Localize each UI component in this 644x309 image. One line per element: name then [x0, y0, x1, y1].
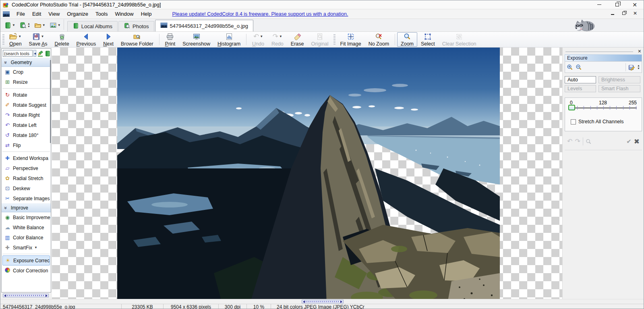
erase-button[interactable]: Erase [287, 32, 308, 47]
sidebar-item-exposure-correc[interactable]: ☀Exposure Correc [2, 255, 50, 265]
sidebar-item-rotate-180[interactable]: ↺Rotate 180° [2, 130, 51, 140]
sidebar-item-deskew[interactable]: ⊡Deskew [2, 183, 51, 193]
toolbar-grip[interactable] [2, 34, 4, 45]
section-header-geometry[interactable]: »Geometry [2, 58, 51, 67]
next-button[interactable]: Next [99, 32, 117, 47]
menu-edit[interactable]: Edit [29, 10, 45, 18]
sidebar-item-label: Rotate Suggest [13, 102, 46, 108]
menu-tools[interactable]: Tools [92, 10, 111, 18]
exposure-tab-auto[interactable]: Auto [565, 76, 596, 83]
mdi-window-controls: ✕ [610, 10, 638, 16]
sidebar-item-basic-improveme[interactable]: ◉Basic Improveme [2, 212, 51, 222]
sidebar-item-crop[interactable]: ▣Crop [2, 67, 51, 77]
cancel-x-icon[interactable]: ✖ [634, 137, 640, 146]
perspective-icon: ▱ [4, 165, 11, 171]
select-button[interactable]: Select [417, 32, 439, 47]
slider-handle[interactable] [568, 105, 575, 110]
search-tools-input[interactable] [3, 50, 33, 57]
panel-close-icon[interactable]: × [638, 48, 641, 54]
preview-icon[interactable] [586, 139, 592, 145]
sidebar-vertical-scrollbar[interactable] [50, 60, 51, 143]
sidebar-item-separate-images[interactable]: ✂Separate Images [2, 193, 51, 203]
mdi-minimize-button[interactable] [610, 10, 615, 16]
mdi-close-button[interactable]: ✕ [632, 10, 638, 16]
previous-button[interactable]: Previous [73, 32, 100, 47]
sidebar-item-white-balance[interactable]: ☁White Balance [2, 222, 51, 232]
undo-icon[interactable]: ↶ [567, 138, 572, 145]
status-field-4: 10 % [246, 304, 271, 309]
dock-grip[interactable] [565, 52, 633, 52]
section-header-improve[interactable]: »Improve [2, 203, 51, 212]
tab-photos[interactable]: Photos [118, 21, 154, 31]
spinner-icon[interactable]: ▲▼ [637, 64, 640, 70]
menu-items: FileEditViewOrganizeToolsWindowHelp [13, 10, 155, 18]
no-zoom-button[interactable]: No Zoom [365, 32, 393, 47]
dropdown-caret-icon[interactable]: ▼ [260, 35, 263, 38]
sidebar-item-rotate-left[interactable]: ↶Rotate Left [2, 120, 51, 130]
histogram-button[interactable]: Histogram [214, 32, 244, 47]
toolbar-button-label: Select [421, 41, 435, 47]
sidebar-item-resize[interactable]: ⊞Resize [2, 77, 51, 87]
open-folder-menu-button[interactable]: ▼ [32, 21, 48, 30]
toolbar-grip[interactable] [333, 34, 335, 45]
save-settings-icon[interactable] [628, 64, 635, 71]
menu-view[interactable]: View [45, 10, 63, 18]
dropdown-caret-icon[interactable]: ▼ [41, 35, 44, 38]
zoom-button[interactable]: Zoom [397, 32, 417, 47]
redo-icon[interactable]: ↷ [575, 138, 580, 145]
sidebar-item-rotate[interactable]: ↻Rotate [2, 90, 51, 100]
sidebar-item-rotate-suggest[interactable]: ✐Rotate Suggest [2, 100, 51, 110]
sidebar-item-rotate-right[interactable]: ↷Rotate Right [2, 110, 51, 120]
sidebar-horizontal-scrollbar[interactable] [3, 294, 49, 297]
stretch-channels-checkbox[interactable] [571, 119, 576, 124]
dropdown-caret-icon[interactable]: ▼ [18, 35, 21, 38]
zoom-in-icon[interactable] [567, 64, 573, 71]
toolbar-button-label: Print [165, 41, 176, 47]
save-as-button[interactable]: ▼Save As [25, 32, 51, 47]
image-canvas[interactable] [52, 48, 562, 299]
tab-local-albums[interactable]: Local Albums [67, 21, 118, 31]
canvas-horizontal-scrollbar[interactable] [302, 300, 344, 303]
mdi-restore-button[interactable] [621, 10, 627, 16]
open-button[interactable]: ▼Open [6, 32, 25, 47]
save-icon: ▼ [32, 33, 44, 41]
collapse-search-button[interactable]: ◀ [33, 50, 36, 57]
album-book-icon[interactable] [44, 50, 51, 57]
zoom-out-icon[interactable] [576, 64, 582, 71]
previous-icon [82, 33, 90, 41]
window-controls: ✕ [590, 0, 644, 9]
albums-menu-button[interactable]: ▼ [2, 21, 17, 30]
apply-check-icon[interactable]: ✔ [626, 138, 632, 145]
exposure-tab-levels[interactable]: Levels [565, 85, 596, 92]
menu-file[interactable]: File [13, 10, 29, 18]
sidebar-item-label: Color Correction [13, 268, 48, 274]
close-button[interactable]: ✕ [626, 0, 644, 9]
raccoon-mascot-image [573, 19, 596, 32]
dropdown-caret-icon[interactable]: ▼ [279, 35, 282, 38]
tab-54794456317-24d998b55e-o-jpg[interactable]: 54794456317_24d998b55e_o.jpg [155, 20, 253, 31]
exposure-tab-brightness[interactable]: Brightness [598, 76, 640, 83]
sidebar-item-radial-stretch[interactable]: ✿Radial Stretch [2, 173, 51, 183]
edit-pencil-icon[interactable] [37, 50, 43, 57]
print-button[interactable]: Print [162, 32, 179, 47]
search-album-button[interactable]: ▲▼ [17, 21, 32, 30]
sidebar-item-color-balance[interactable]: ▥Color Balance [2, 232, 51, 243]
sidebar-item-color-correction[interactable]: Color Correction [2, 265, 51, 276]
browse-folder-button[interactable]: Browse Folder [117, 32, 157, 47]
image-menu-button[interactable]: ▼ [48, 21, 63, 30]
sidebar-item-flip[interactable]: ⇄Flip [2, 140, 51, 150]
exposure-tab-smart-flash[interactable]: Smart Flash [598, 85, 640, 92]
update-donation-link[interactable]: Please update! CodedColor 8.4 is freewar… [172, 11, 348, 17]
sidebar-item-extend-workspa[interactable]: ✚Extend Workspa [2, 153, 51, 163]
maximize-button[interactable] [608, 0, 626, 9]
sidebar-item-smartfix[interactable]: ✚SmartFix▼ [2, 243, 51, 253]
minimize-button[interactable] [590, 0, 608, 9]
delete-button[interactable]: Delete [51, 32, 72, 47]
menu-help[interactable]: Help [137, 10, 155, 18]
menu-organize[interactable]: Organize [63, 10, 92, 18]
screenshow-button[interactable]: Screenshow [179, 32, 214, 47]
fit-image-button[interactable]: Fit Image [337, 32, 365, 47]
menu-window[interactable]: Window [111, 10, 137, 18]
stretch-channels-label: Stretch All Channels [578, 119, 624, 124]
sidebar-item-perspective[interactable]: ▱Perspective [2, 163, 51, 173]
